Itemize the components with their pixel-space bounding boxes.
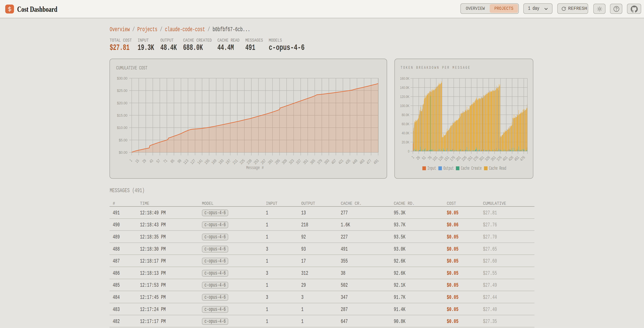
svg-text:29: 29 — [141, 158, 147, 164]
svg-text:0: 0 — [408, 149, 410, 153]
svg-text:127: 127 — [190, 158, 196, 165]
svg-text:435: 435 — [344, 158, 351, 165]
svg-text:476: 476 — [519, 155, 526, 162]
svg-text:421: 421 — [337, 158, 344, 165]
svg-text:267: 267 — [260, 158, 267, 165]
svg-text:120.0K: 120.0K — [400, 95, 410, 99]
svg-text:$10.00: $10.00 — [117, 126, 128, 130]
svg-text:155: 155 — [204, 158, 210, 165]
svg-text:379: 379 — [316, 158, 323, 165]
svg-text:365: 365 — [309, 158, 316, 165]
svg-text:211: 211 — [232, 158, 238, 165]
svg-text:71: 71 — [162, 158, 168, 164]
svg-text:1: 1 — [128, 158, 133, 162]
svg-text:393: 393 — [323, 158, 330, 165]
svg-text:295: 295 — [274, 158, 281, 165]
svg-text:20.0K: 20.0K — [402, 140, 410, 144]
svg-text:1: 1 — [410, 155, 415, 159]
svg-text:477: 477 — [366, 158, 372, 165]
svg-text:169: 169 — [210, 158, 218, 165]
svg-text:85: 85 — [170, 158, 175, 164]
svg-text:140.0K: 140.0K — [400, 85, 410, 90]
svg-text:$15.00: $15.00 — [117, 113, 128, 117]
svg-text:80.0K: 80.0K — [402, 113, 410, 117]
svg-text:281: 281 — [267, 158, 274, 165]
svg-text:351: 351 — [302, 158, 309, 165]
svg-text:$5.00: $5.00 — [119, 138, 128, 142]
svg-text:160.0K: 160.0K — [400, 76, 410, 81]
svg-text:$25.00: $25.00 — [117, 88, 128, 93]
svg-text:197: 197 — [225, 158, 232, 165]
svg-text:141: 141 — [196, 158, 203, 165]
svg-text:253: 253 — [253, 158, 260, 165]
svg-text:51: 51 — [421, 155, 427, 161]
svg-text:60.0K: 60.0K — [402, 122, 410, 126]
svg-text:323: 323 — [288, 158, 295, 165]
svg-text:449: 449 — [351, 158, 358, 165]
svg-text:$30.00: $30.00 — [117, 76, 128, 80]
svg-text:$0.00: $0.00 — [119, 150, 128, 154]
svg-text:15: 15 — [134, 158, 140, 164]
svg-text:Message #: Message # — [246, 165, 264, 171]
svg-text:309: 309 — [281, 158, 288, 165]
svg-text:26: 26 — [415, 155, 421, 161]
svg-text:99: 99 — [176, 158, 182, 164]
svg-text:239: 239 — [246, 158, 252, 165]
svg-text:43: 43 — [148, 158, 154, 164]
svg-text:337: 337 — [295, 158, 302, 165]
svg-text:183: 183 — [218, 158, 224, 165]
svg-text:491: 491 — [372, 158, 380, 165]
svg-text:$20.00: $20.00 — [117, 101, 128, 105]
svg-text:225: 225 — [239, 158, 246, 165]
svg-text:463: 463 — [358, 158, 365, 165]
svg-text:57: 57 — [155, 158, 161, 164]
svg-text:40.0K: 40.0K — [402, 131, 410, 135]
svg-text:113: 113 — [182, 158, 189, 165]
svg-text:76: 76 — [427, 155, 432, 161]
svg-text:100.0K: 100.0K — [400, 104, 410, 108]
svg-text:407: 407 — [330, 158, 337, 165]
